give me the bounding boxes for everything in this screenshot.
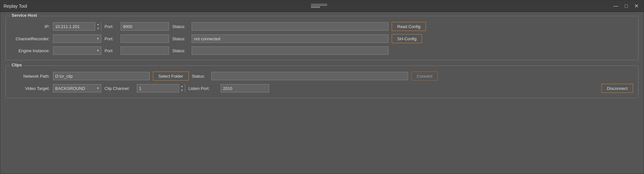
clips-row-1: Network Path: Select Folder Status: Conn…	[11, 72, 633, 81]
listen-port-label: Listen Port:	[188, 86, 217, 91]
ip-spinner-down[interactable]: ▼	[95, 26, 101, 31]
ip-input-wrapper: ▲ ▼	[53, 22, 101, 31]
status-input-3	[192, 46, 388, 55]
title-bar-left: Replay Tool	[4, 4, 27, 9]
drag-lines: ═══	[311, 5, 320, 9]
sh-config-button[interactable]: SH-Config	[392, 34, 422, 43]
engine-instance-select[interactable]	[53, 46, 101, 55]
port-label-2: Port:	[105, 36, 117, 41]
content-area: Service Host IP: ▲ ▼ Port: Status:	[0, 12, 644, 174]
port-input-3[interactable]	[121, 46, 169, 55]
select-folder-button[interactable]: Select Folder	[153, 72, 189, 81]
status-input-2	[192, 34, 388, 43]
channel-recorder-select-wrapper	[53, 34, 101, 43]
ip-spinner: ▲ ▼	[95, 22, 101, 31]
clip-channel-input[interactable]	[137, 84, 179, 92]
clips-section: Clips Network Path: Select Folder Status…	[5, 65, 639, 98]
read-config-button[interactable]: Read Config	[392, 22, 426, 31]
channel-recorder-label: ChannelRecorder:	[11, 36, 50, 41]
ip-input[interactable]	[53, 23, 95, 30]
main-window: Replay Tool ═══ — □ ✕ Service Host IP: ▲	[0, 0, 644, 174]
minimize-button[interactable]: —	[611, 3, 620, 10]
title-bar: Replay Tool ═══ — □ ✕	[0, 0, 644, 12]
video-target-label: Video Target:	[11, 86, 50, 91]
clip-channel-spinner-up[interactable]: ▲	[179, 84, 185, 88]
video-target-select[interactable]: BACKGROUND	[53, 84, 101, 92]
clips-label: Clips	[10, 63, 24, 67]
close-button[interactable]: ✕	[632, 2, 640, 10]
service-host-row-2: ChannelRecorder: Port: Status: SH-Config	[11, 34, 633, 43]
network-path-input[interactable]	[53, 72, 150, 80]
service-host-section: Service Host IP: ▲ ▼ Port: Status:	[5, 16, 639, 60]
service-host-row-3: Engine Instance: Port: Status:	[11, 46, 633, 55]
service-host-rows: IP: ▲ ▼ Port: Status: Read Config	[11, 22, 633, 55]
status-label-1: Status:	[172, 24, 188, 29]
video-target-select-wrapper: BACKGROUND	[53, 84, 101, 92]
status-label-2: Status:	[172, 36, 188, 41]
status-label-3: Status:	[172, 48, 188, 53]
clip-channel-spinner-down[interactable]: ▼	[179, 88, 185, 92]
status-input-1	[192, 22, 388, 31]
window-title: Replay Tool	[4, 4, 27, 9]
clips-rows: Network Path: Select Folder Status: Conn…	[11, 72, 633, 93]
clips-row-2: Video Target: BACKGROUND Clip Channel: ▲…	[11, 84, 633, 93]
port-label-1: Port:	[105, 24, 117, 29]
clips-status-input	[211, 72, 408, 80]
drag-indicator: ═══	[311, 4, 327, 6]
service-host-label: Service Host	[10, 13, 39, 18]
port-input-2[interactable]	[121, 34, 169, 43]
channel-recorder-select[interactable]	[53, 34, 101, 43]
maximize-button[interactable]: □	[623, 3, 630, 10]
clip-channel-spinner: ▲ ▼	[179, 84, 185, 92]
connect-button[interactable]: Connect	[411, 72, 438, 81]
network-path-label: Network Path:	[11, 74, 50, 79]
service-host-row-1: IP: ▲ ▼ Port: Status: Read Config	[11, 22, 633, 31]
clip-channel-wrapper: ▲ ▼	[137, 84, 185, 92]
clip-channel-label: Clip Channel:	[105, 86, 134, 91]
ip-spinner-up[interactable]: ▲	[95, 22, 101, 26]
disconnect-button[interactable]: Disconnect	[601, 84, 633, 93]
engine-instance-label: Engine Instance:	[11, 48, 50, 53]
title-bar-controls: — □ ✕	[611, 2, 640, 10]
listen-port-input[interactable]	[221, 84, 269, 92]
ip-label: IP:	[11, 24, 50, 29]
clips-status-label: Status:	[192, 74, 208, 79]
port-input-1[interactable]	[121, 22, 169, 31]
engine-instance-select-wrapper	[53, 46, 101, 55]
port-label-3: Port:	[105, 48, 117, 53]
